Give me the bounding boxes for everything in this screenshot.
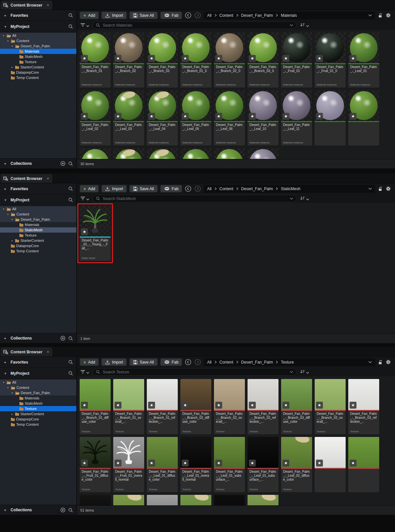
tree-item-content[interactable]: ▾Content: [0, 385, 76, 390]
favorites-section[interactable]: ▸ Favorites: [0, 183, 76, 194]
tree-item-startercontent[interactable]: ▸StarterContent: [0, 238, 76, 243]
breadcrumb-item[interactable]: Content: [220, 360, 233, 365]
asset-tile[interactable]: *Desert_​Fan_​Palm_​-_​Branch_​01_​overa…: [113, 379, 144, 434]
search-icon[interactable]: [68, 508, 73, 513]
breadcrumb-item[interactable]: Content: [220, 187, 233, 191]
expander-arrow-icon[interactable]: ▾: [2, 381, 5, 384]
fab-button[interactable]: Fab: [160, 358, 182, 366]
tree-item-staticmesh[interactable]: StaticMesh: [0, 401, 76, 406]
asset-tile[interactable]: *: [214, 495, 245, 505]
tree-item-dataprepcore[interactable]: DataprepCore: [0, 70, 76, 75]
asset-tile[interactable]: *Desert_​Fan_​Palm_​-_​Leaf_​01_​subsurf…: [214, 437, 245, 492]
asset-tile[interactable]: *Desert_​Fan_​Palm_​-_​Leaf_​01Material …: [348, 32, 379, 88]
sort-button[interactable]: [300, 369, 309, 375]
back-button[interactable]: [185, 359, 192, 366]
breadcrumb-item[interactable]: Desert_Fan_Palm: [241, 187, 273, 191]
search-bar[interactable]: [92, 195, 297, 202]
project-section[interactable]: ▾ MyProject: [0, 21, 76, 32]
asset-tile[interactable]: *Desert_​Fan_​Palm_​-_​Branch_​01_​diffu…: [80, 379, 111, 434]
asset-tile[interactable]: *: [315, 90, 346, 145]
asset-tile[interactable]: *Desert_​Fan_​Palm_​-_​Branch_​02Materia…: [113, 32, 144, 88]
search-icon[interactable]: [68, 186, 73, 191]
forward-button[interactable]: [194, 359, 201, 366]
add-collection-icon[interactable]: [60, 507, 66, 513]
tree-item-texture[interactable]: Texture: [0, 233, 76, 238]
back-button[interactable]: [185, 12, 192, 19]
settings-gear-icon[interactable]: [385, 186, 391, 191]
tree-item-content[interactable]: ▾Content: [0, 212, 76, 217]
asset-tile[interactable]: *: [113, 148, 144, 159]
lock-icon[interactable]: [378, 13, 383, 18]
asset-tile[interactable]: *: [315, 437, 346, 492]
expander-arrow-icon[interactable]: ▾: [6, 213, 10, 216]
add-button[interactable]: + Add: [80, 358, 99, 366]
fab-button[interactable]: Fab: [160, 185, 182, 192]
chevron-down-icon[interactable]: [368, 14, 372, 16]
import-button[interactable]: Import: [101, 185, 127, 192]
settings-gear-icon[interactable]: [385, 13, 391, 18]
asset-tile[interactable]: *Desert_​Fan_​Palm_​-_​Branch_​02_​refle…: [248, 379, 278, 434]
search-input[interactable]: [102, 23, 288, 28]
asset-tile[interactable]: *Desert_​Fan_​Palm_​-_​Leaf_​05Material …: [180, 90, 211, 145]
close-icon[interactable]: ×: [47, 3, 49, 8]
asset-tile[interactable]: *Desert_​Fan_​Palm_​-_​Branch_​02_​overa…: [214, 379, 245, 434]
search-icon[interactable]: [68, 161, 73, 166]
project-section[interactable]: ▾ MyProject: [0, 194, 76, 206]
asset-tile[interactable]: *Desert_​Fan_​Palm_​-_​Leaf_​06Material …: [214, 90, 245, 145]
tree-item-temp-content[interactable]: Temp Content: [0, 75, 76, 80]
breadcrumb-item[interactable]: StaticMesh: [281, 187, 300, 191]
expander-arrow-icon[interactable]: ▾: [11, 392, 14, 394]
search-icon[interactable]: [68, 360, 73, 365]
expander-arrow-icon[interactable]: ▸: [11, 239, 14, 242]
tree-item-desert-fan-palm[interactable]: ▾Desert_Fan_Palm: [0, 390, 76, 395]
asset-tile[interactable]: *Desert_​Fan_​Palm_​-_​Leaf_​01_​overall…: [180, 437, 211, 492]
search-icon[interactable]: [68, 24, 73, 29]
filter-button[interactable]: [80, 196, 89, 202]
search-icon[interactable]: [68, 197, 73, 202]
tree-item-materials[interactable]: Materials: [0, 49, 76, 54]
filter-button[interactable]: [80, 22, 89, 28]
expander-arrow-icon[interactable]: ▸: [11, 413, 14, 416]
import-button[interactable]: Import: [101, 358, 127, 366]
sort-button[interactable]: [300, 22, 309, 28]
tree-item-desert-fan-palm[interactable]: ▾Desert_Fan_Palm: [0, 217, 76, 222]
lock-icon[interactable]: [378, 186, 383, 191]
breadcrumb-item[interactable]: Desert_Fan_Palm: [241, 360, 273, 365]
add-button[interactable]: + Add: [80, 185, 99, 192]
asset-tile[interactable]: *Desert_​Fan_​Palm_​-_​Leaf_​11Material …: [281, 90, 312, 145]
tree-item-temp-content[interactable]: Temp Content: [0, 248, 76, 254]
tree-item-texture[interactable]: Texture: [0, 406, 76, 411]
asset-tile[interactable]: *: [180, 495, 211, 505]
forward-button[interactable]: [194, 185, 201, 192]
favorites-section[interactable]: ▸ Favorites: [0, 357, 76, 368]
breadcrumb-item[interactable]: All: [207, 360, 211, 365]
asset-tile[interactable]: *Desert_​Fan_​Palm_​-_​Fruit_​01Material…: [281, 32, 312, 88]
breadcrumb-item[interactable]: All: [207, 13, 211, 18]
tree-item-staticmesh[interactable]: StaticMesh: [0, 54, 76, 59]
back-button[interactable]: [185, 185, 192, 192]
search-bar[interactable]: [92, 368, 297, 376]
save-all-button[interactable]: Save All: [129, 12, 157, 19]
breadcrumb-item[interactable]: Texture: [281, 360, 294, 365]
asset-tile[interactable]: *: [348, 90, 379, 145]
breadcrumb-item[interactable]: Content: [220, 13, 233, 18]
asset-tile[interactable]: *Desert_​Fan_​Palm_​-_​Branch_​03_​overa…: [315, 379, 346, 434]
asset-tile[interactable]: *Desert_​Fan_​Palm_​-_​Leaf_​03Material …: [113, 90, 144, 145]
asset-tile[interactable]: *Desert_​Fan_​Palm_​-_​Leaf_​02Material …: [80, 90, 111, 145]
asset-tile[interactable]: *Desert_​Fan_​Palm_​-_​Branch_​02_​diffu…: [180, 379, 211, 434]
tree-item-materials[interactable]: Materials: [0, 222, 76, 227]
chevron-down-icon[interactable]: [368, 361, 372, 363]
asset-tile[interactable]: *Desert_​Fan_​Palm_​-_​Fruit_​01_​diffus…: [80, 437, 111, 492]
expander-arrow-icon[interactable]: ▾: [6, 386, 10, 389]
save-all-button[interactable]: Save All: [129, 358, 157, 366]
add-collection-icon[interactable]: [60, 336, 66, 341]
expander-arrow-icon[interactable]: ▾: [11, 45, 14, 48]
favorites-section[interactable]: ▸ Favorites: [0, 10, 76, 21]
breadcrumb[interactable]: AllContentDesert_Fan_PalmMaterials: [204, 12, 375, 19]
asset-tile[interactable]: *Desert_​Fan_​Palm_​-_​Branch_​01Materia…: [80, 32, 111, 88]
expander-arrow-icon[interactable]: ▾: [2, 34, 5, 37]
asset-tile[interactable]: *Desert_​Fan_​Palm_​-_​Branch_​03_​diffu…: [281, 379, 312, 434]
asset-tile[interactable]: *: [214, 148, 245, 159]
asset-tile[interactable]: *Desert_​Fan_​Palm_​-_​Leaf_​01_​subsurf…: [248, 437, 278, 492]
tree-item-desert-fan-palm[interactable]: ▾Desert_Fan_Palm: [0, 43, 76, 49]
